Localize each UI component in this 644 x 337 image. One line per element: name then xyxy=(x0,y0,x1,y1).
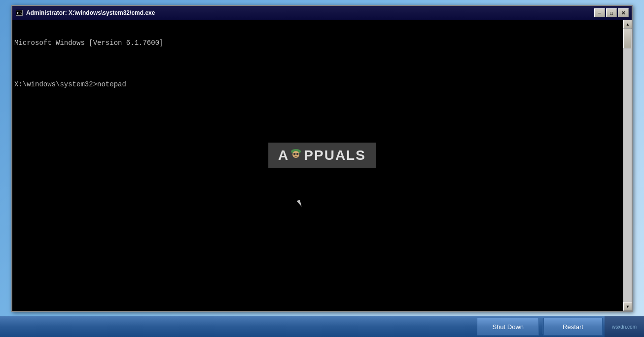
watermark-logo: A xyxy=(278,148,366,163)
site-label: wsxdn.com xyxy=(612,324,637,330)
cmd-icon: C:\ xyxy=(15,9,23,17)
terminal-line-3: X:\windows\system32>notepad xyxy=(14,80,621,90)
window-title: Administrator: X:\windows\system32\cmd.e… xyxy=(26,9,594,16)
scroll-track xyxy=(623,29,632,302)
window-controls: − □ ✕ xyxy=(594,8,629,17)
watermark-overlay: A xyxy=(268,143,376,168)
taskbar-separator xyxy=(542,319,542,334)
taskbar-branding: wsxdn.com xyxy=(605,316,644,337)
cmd-window: C:\ Administrator: X:\windows\system32\c… xyxy=(11,5,633,312)
close-button[interactable]: ✕ xyxy=(618,8,629,17)
shutdown-button[interactable]: Shut Down xyxy=(477,318,539,336)
minimize-button[interactable]: − xyxy=(594,8,605,17)
terminal-scrollbar[interactable]: ▲ ▼ xyxy=(623,20,632,311)
terminal-line-1: Microsoft Windows [Version 6.1.7600] xyxy=(14,38,621,48)
scroll-down-button[interactable]: ▼ xyxy=(623,302,632,311)
scroll-up-button[interactable]: ▲ xyxy=(623,20,632,29)
restore-button[interactable]: □ xyxy=(606,8,617,17)
watermark-letter-a: A xyxy=(278,148,288,163)
svg-point-3 xyxy=(297,153,298,155)
svg-point-2 xyxy=(294,153,295,155)
watermark-text-ppuals: PPUALS xyxy=(304,148,366,163)
restart-button[interactable]: Restart xyxy=(543,318,603,336)
terminal-body: Microsoft Windows [Version 6.1.7600] X:\… xyxy=(12,20,632,311)
title-bar: C:\ Administrator: X:\windows\system32\c… xyxy=(12,6,632,20)
taskbar: Shut Down Restart wsxdn.com xyxy=(0,316,644,337)
watermark-person-icon xyxy=(289,148,303,163)
scroll-thumb[interactable] xyxy=(623,29,631,48)
